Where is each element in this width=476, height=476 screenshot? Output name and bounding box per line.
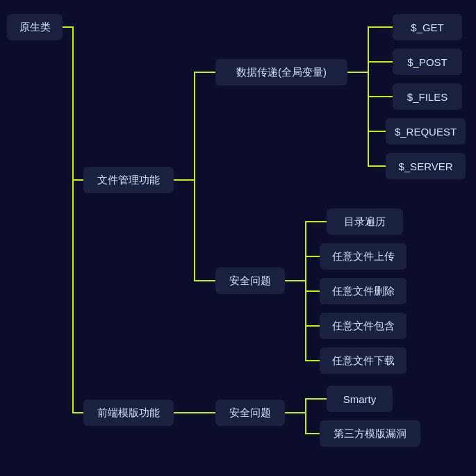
node-data-transfer: 数据传递(全局变量) [215, 59, 347, 85]
node-request: $_REQUEST [386, 118, 466, 145]
node-download: 任意文件下载 [320, 347, 407, 374]
node-frontend: 前端模版功能 [83, 400, 174, 426]
node-include: 任意文件包含 [320, 313, 407, 339]
node-delete: 任意文件删除 [320, 278, 407, 304]
node-post: $_POST [393, 49, 462, 75]
node-upload: 任意文件上传 [320, 243, 407, 270]
node-smarty: Smarty [327, 386, 393, 412]
node-server: $_SERVER [386, 153, 466, 179]
node-get: $_GET [393, 14, 462, 40]
node-root: 原生类 [7, 14, 63, 40]
mind-map: 原生类 文件管理功能 数据传递(全局变量) $_GET $_POST $_FIL… [0, 0, 476, 476]
node-third-party: 第三方模版漏洞 [320, 420, 420, 447]
node-file-mgmt: 文件管理功能 [83, 167, 174, 193]
node-files: $_FILES [393, 83, 462, 110]
node-dir-traversal: 目录遍历 [327, 208, 403, 235]
node-security2: 安全问题 [215, 400, 285, 426]
node-security1: 安全问题 [215, 268, 285, 294]
